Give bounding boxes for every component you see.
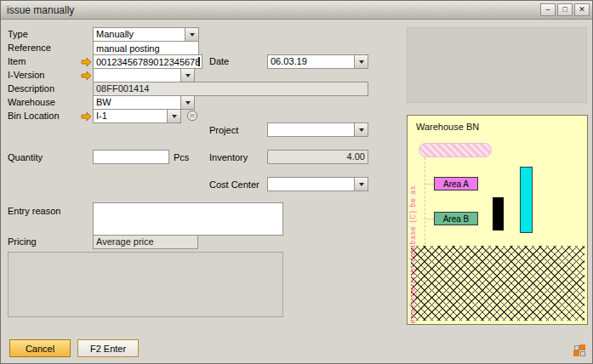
cost-center-combo-arrow-icon[interactable] [354,178,368,191]
date-value: 06.03.19 [268,55,354,68]
i-version-value [94,69,180,82]
entry-reason-label: Entry reason [8,206,60,216]
date-combo-arrow-icon[interactable] [354,55,368,68]
inventory-label: Inventory [209,152,248,162]
maximize-button[interactable]: □ [557,3,573,16]
window-controls: – □ ✕ [540,3,590,16]
area-a-label: Area A [443,179,469,189]
dialog-window: issue manually – □ ✕ Type Reference Item… [0,0,593,364]
rack-cyan [520,167,533,233]
date-label: Date [209,56,229,66]
reference-label: Reference [8,43,51,53]
type-combo-arrow-icon[interactable] [185,28,198,41]
cost-center-combobox[interactable] [267,177,368,191]
map-watermark: beas fingerprint database (C) be as [408,175,417,325]
entry-reason-textarea[interactable] [93,202,283,236]
connector-dashed-line-a [425,184,434,185]
i-version-combo-arrow-icon[interactable] [180,69,194,82]
area-b-label: Area B [443,214,470,224]
close-icon: ✕ [579,6,585,14]
window-title: issue manually [7,4,74,16]
i-version-label: I-Version [8,70,44,80]
connector-dashed-line-b [425,219,434,219]
enter-button[interactable]: F2 Enter [77,339,139,357]
description-field: 08FF001414 [93,82,368,96]
project-value [268,123,354,136]
maximize-icon: □ [562,6,567,14]
quantity-label: Quantity [8,152,43,162]
type-label: Type [8,29,28,39]
bin-location-link-arrow-icon[interactable] [81,111,92,122]
project-label: Project [209,125,238,135]
i-version-link-arrow-icon[interactable] [81,71,92,81]
rack-black [493,197,504,230]
close-button[interactable]: ✕ [574,3,590,16]
item-input[interactable] [93,54,202,69]
bin-location-combobox[interactable]: I-1 [93,109,181,123]
i-version-combobox[interactable] [93,68,195,82]
minimize-button[interactable]: – [540,3,556,16]
resize-form-icon[interactable] [573,344,586,357]
date-combobox[interactable]: 06.03.19 [267,54,368,69]
warehouse-map: Warehouse BN Area A Area B beas fingerpr… [407,115,588,325]
project-combobox[interactable] [267,122,368,137]
type-combobox[interactable]: Manually [93,27,199,42]
cancel-button[interactable]: Cancel [9,339,71,357]
preview-placeholder [407,27,587,103]
area-a-box: Area A [434,177,478,191]
storage-zone-pill [419,143,492,157]
warehouse-value: BW [94,96,180,109]
bin-location-combo-arrow-icon[interactable] [167,110,180,122]
cost-center-value [268,178,354,191]
details-panel [8,252,283,317]
bin-location-value: I-1 [94,110,167,122]
minimize-icon: – [545,6,550,14]
reference-input[interactable] [93,41,199,55]
inventory-field: 4.00 [267,150,368,164]
quantity-unit-label: Pcs [174,152,189,162]
quantity-input[interactable] [93,150,169,164]
type-value: Manually [94,28,185,41]
warehouse-combobox[interactable]: BW [93,95,195,110]
project-combo-arrow-icon[interactable] [354,123,368,136]
bin-location-label: Bin Location [8,111,60,121]
pricing-label: Pricing [8,236,37,247]
cost-center-label: Cost Center [209,179,259,190]
item-link-arrow-icon[interactable] [81,57,92,67]
item-text-cursor [198,57,200,66]
titlebar: issue manually – □ ✕ [1,1,592,20]
area-b-box: Area B [434,212,478,225]
pricing-field: Average price [93,235,198,249]
warehouse-map-title: Warehouse BN [416,122,479,132]
description-label: Description [8,83,54,94]
item-label: Item [8,56,26,66]
bin-location-settings-icon[interactable] [186,110,198,122]
warehouse-combo-arrow-icon[interactable] [180,96,194,109]
warehouse-label: Warehouse [8,97,55,107]
hatched-floor [411,246,584,321]
